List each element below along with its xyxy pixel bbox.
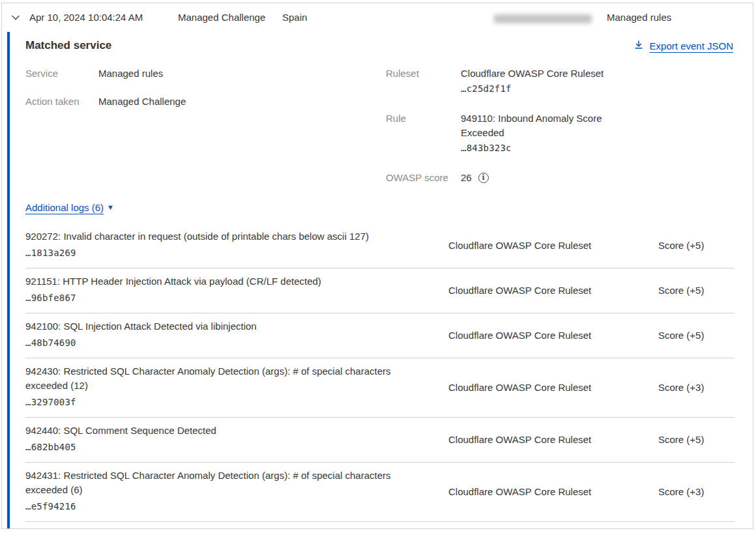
export-event-json-label: Export event JSON [650, 40, 733, 51]
log-rule-cell: 942430: Restricted SQL Character Anomaly… [25, 364, 448, 411]
log-ruleset-cell: Cloudflare OWASP Core Ruleset [448, 285, 658, 296]
log-row: 942431: Restricted SQL Character Anomaly… [25, 463, 734, 522]
log-score-cell: Score (+3) [658, 382, 734, 393]
log-score-cell: Score (+5) [658, 240, 734, 251]
log-score-cell: Score (+5) [658, 434, 734, 445]
log-row: 942430: Restricted SQL Character Anomaly… [25, 358, 734, 418]
rule-label: Rule [386, 111, 461, 156]
service-field: Service Managed rules [25, 66, 364, 81]
event-service: Managed rules [607, 12, 671, 23]
log-rule-cell: 920272: Invalid character in request (ou… [25, 229, 448, 261]
chevron-down-icon[interactable] [10, 12, 21, 23]
log-rule-id: …1813a269 [25, 245, 448, 261]
detail-fields-right: Ruleset Cloudflare OWASP Core Ruleset …c… [386, 66, 673, 199]
detail-fields-left: Service Managed rules Action taken Manag… [25, 66, 364, 122]
log-rule-cell: 942100: SQL Injection Attack Detected vi… [25, 319, 448, 351]
log-rule-cell: 942440: SQL Comment Sequence Detected …6… [25, 424, 448, 455]
log-score-cell: Score (+5) [658, 330, 734, 341]
log-ruleset-cell: Cloudflare OWASP Core Ruleset [448, 434, 658, 445]
log-rule-id: …e5f94216 [25, 498, 448, 515]
log-rule-id: …682bb405 [25, 439, 448, 455]
expanded-row-accent-bar [7, 32, 10, 528]
log-rule-description: 942440: SQL Comment Sequence Detected [25, 424, 420, 438]
rule-name: 949110: Inbound Anomaly Score Exceeded [461, 113, 602, 138]
log-row: 921151: HTTP Header Injection Attack via… [25, 268, 734, 313]
log-rule-id: …3297003f [25, 394, 448, 411]
ruleset-name: Cloudflare OWASP Core Ruleset [461, 68, 603, 79]
owasp-score-value-wrap: 26 i [461, 171, 617, 185]
export-event-json-link[interactable]: Export event JSON [633, 40, 733, 52]
service-label: Service [25, 66, 98, 81]
redacted-value [494, 14, 592, 23]
ruleset-id: …c25d2f1f [461, 81, 617, 97]
action-taken-value: Managed Challenge [98, 94, 186, 109]
additional-logs-table: 920272: Invalid character in request (ou… [25, 223, 734, 522]
event-timestamp: Apr 10, 2024 10:04:24 AM [29, 12, 143, 23]
owasp-score-value: 26 [461, 171, 472, 185]
event-summary-row[interactable]: Apr 10, 2024 10:04:24 AM Managed Challen… [2, 3, 753, 32]
service-value: Managed rules [98, 66, 163, 81]
owasp-score-field: OWASP score 26 i [386, 171, 673, 185]
event-action: Managed Challenge [178, 12, 265, 23]
log-row: 920272: Invalid character in request (ou… [25, 223, 734, 268]
log-score-cell: Score (+3) [658, 486, 734, 497]
ruleset-label: Ruleset [386, 66, 461, 97]
log-ruleset-cell: Cloudflare OWASP Core Ruleset [448, 486, 658, 497]
matched-service-title: Matched service [25, 39, 111, 52]
triangle-down-icon: ▼ [107, 204, 114, 211]
log-ruleset-cell: Cloudflare OWASP Core Ruleset [448, 330, 658, 341]
additional-logs-label: Additional logs (6) [25, 202, 104, 213]
log-score-cell: Score (+5) [658, 285, 734, 296]
action-taken-label: Action taken [25, 94, 98, 109]
log-rule-description: 921151: HTTP Header Injection Attack via… [25, 274, 420, 289]
log-rule-cell: 921151: HTTP Header Injection Attack via… [25, 274, 448, 306]
rule-id: …843b323c [461, 140, 617, 156]
log-ruleset-cell: Cloudflare OWASP Core Ruleset [448, 382, 658, 393]
log-rule-description: 920272: Invalid character in request (ou… [25, 229, 420, 244]
event-country: Spain [282, 12, 307, 23]
log-rule-cell: 942431: Restricted SQL Character Anomaly… [25, 468, 448, 515]
owasp-score-label: OWASP score [386, 171, 461, 185]
log-rule-id: …48b74690 [25, 335, 448, 351]
log-rule-description: 942430: Restricted SQL Character Anomaly… [25, 364, 420, 393]
log-ruleset-cell: Cloudflare OWASP Core Ruleset [448, 240, 658, 251]
event-detail-panel: Apr 10, 2024 10:04:24 AM Managed Challen… [1, 3, 753, 529]
rule-field: Rule 949110: Inbound Anomaly Score Excee… [386, 111, 673, 156]
log-rule-id: …96bfe867 [25, 290, 448, 306]
ruleset-value: Cloudflare OWASP Core Ruleset …c25d2f1f [461, 66, 617, 97]
additional-logs-toggle[interactable]: Additional logs (6) ▼ [25, 202, 114, 213]
log-rule-description: 942431: Restricted SQL Character Anomaly… [25, 468, 420, 497]
rule-value: 949110: Inbound Anomaly Score Exceeded …… [461, 111, 617, 156]
ruleset-field: Ruleset Cloudflare OWASP Core Ruleset …c… [386, 66, 673, 97]
download-icon [633, 40, 644, 52]
log-row: 942440: SQL Comment Sequence Detected …6… [25, 418, 734, 463]
log-row: 942100: SQL Injection Attack Detected vi… [25, 313, 734, 358]
info-icon[interactable]: i [478, 173, 489, 183]
log-rule-description: 942100: SQL Injection Attack Detected vi… [25, 319, 420, 334]
action-taken-field: Action taken Managed Challenge [25, 94, 364, 109]
